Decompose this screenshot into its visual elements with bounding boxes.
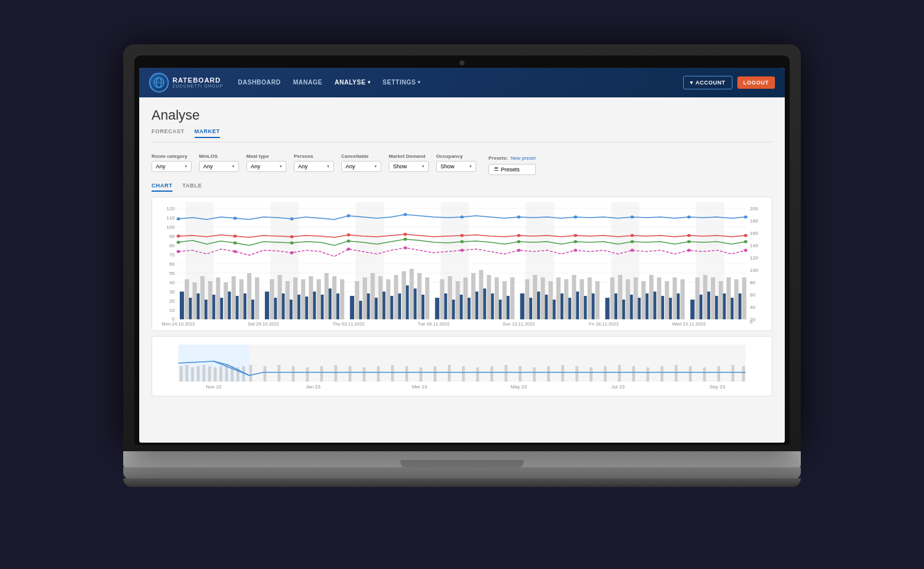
navbar: RATEBOARD ZUCCHETTI GROUP DASHBOARD MANA… xyxy=(139,68,785,97)
svg-rect-151 xyxy=(495,277,499,319)
svg-rect-139 xyxy=(394,275,398,319)
filter-room-category: Room category Any ▾ xyxy=(152,154,192,172)
svg-rect-150 xyxy=(487,275,491,319)
svg-rect-265 xyxy=(505,365,508,382)
svg-rect-125 xyxy=(278,275,282,319)
svg-rect-161 xyxy=(580,279,584,319)
logout-button[interactable]: LOGOUT xyxy=(737,76,776,89)
filter-cancellable-select[interactable]: Any ▾ xyxy=(341,161,381,172)
filter-room-category-select[interactable]: Any ▾ xyxy=(152,161,192,172)
laptop-wrapper: RATEBOARD ZUCCHETTI GROUP DASHBOARD MANA… xyxy=(123,44,801,525)
filter-occupancy-label: Occupancy xyxy=(436,154,476,159)
svg-rect-87 xyxy=(520,293,524,319)
svg-text:90: 90 xyxy=(169,234,175,239)
laptop-stand xyxy=(123,467,801,480)
filter-market-demand-select[interactable]: Show ▾ xyxy=(389,161,429,172)
svg-rect-162 xyxy=(588,277,592,319)
filter-market-demand-caret: ▾ xyxy=(422,164,424,169)
svg-rect-117 xyxy=(208,281,213,319)
svg-rect-165 xyxy=(618,275,622,319)
account-button[interactable]: ▾ ACCOUNT xyxy=(683,76,732,89)
tab-market[interactable]: MARKET xyxy=(195,128,221,138)
svg-point-193 xyxy=(233,234,237,237)
svg-rect-118 xyxy=(216,277,221,319)
svg-point-201 xyxy=(687,234,691,237)
filter-cancellable-caret: ▾ xyxy=(375,164,377,169)
filter-room-category-caret: ▾ xyxy=(185,164,187,169)
svg-text:Fri 18.11.2022: Fri 18.11.2022 xyxy=(589,322,618,325)
presets-icon: ☰ xyxy=(494,166,498,172)
svg-rect-175 xyxy=(703,275,707,319)
svg-text:Sun 13.11.2022: Sun 13.11.2022 xyxy=(503,322,535,325)
filter-minlos-label: MinLOS xyxy=(199,154,239,159)
svg-rect-145 xyxy=(448,276,452,319)
svg-point-204 xyxy=(233,241,237,244)
filter-occupancy-select[interactable]: Show ▾ xyxy=(436,161,476,172)
svg-rect-123 xyxy=(255,277,259,319)
svg-rect-241 xyxy=(214,367,217,382)
svg-point-208 xyxy=(460,240,464,243)
nav-manage[interactable]: MANAGE xyxy=(293,79,322,86)
svg-rect-148 xyxy=(471,273,476,319)
new-preset-link[interactable]: New preset xyxy=(511,155,535,161)
svg-point-215 xyxy=(233,250,237,253)
chart-tab-table[interactable]: TABLE xyxy=(182,182,202,192)
svg-rect-273 xyxy=(618,365,621,382)
chart-tab-chart[interactable]: CHART xyxy=(152,182,172,192)
main-chart: 120 110 100 90 80 70 60 50 40 30 20 xyxy=(157,202,767,325)
svg-point-220 xyxy=(517,248,521,252)
svg-point-221 xyxy=(573,248,577,252)
svg-point-188 xyxy=(573,215,577,218)
filter-meal-type-select[interactable]: Any ▾ xyxy=(246,161,286,172)
svg-rect-178 xyxy=(726,277,731,319)
svg-rect-137 xyxy=(378,276,383,319)
svg-point-197 xyxy=(460,234,464,237)
svg-rect-275 xyxy=(646,367,649,382)
svg-rect-160 xyxy=(572,275,576,319)
svg-rect-132 xyxy=(332,276,336,319)
svg-text:Tue 08.11.2022: Tue 08.11.2022 xyxy=(418,322,450,325)
svg-point-200 xyxy=(630,234,634,237)
filter-market-demand: Market Demand Show ▾ xyxy=(389,154,429,172)
nav-dashboard[interactable]: DASHBOARD xyxy=(238,79,281,86)
svg-rect-274 xyxy=(632,366,635,382)
svg-rect-272 xyxy=(604,366,607,382)
svg-rect-147 xyxy=(463,277,468,319)
presets-label: Presets: xyxy=(488,155,508,161)
svg-point-203 xyxy=(177,240,180,244)
svg-rect-97 xyxy=(606,298,610,319)
svg-point-196 xyxy=(403,232,407,235)
svg-rect-121 xyxy=(240,279,244,319)
svg-rect-107 xyxy=(691,300,695,319)
svg-rect-141 xyxy=(410,269,414,319)
svg-text:0: 0 xyxy=(750,319,752,324)
svg-text:0: 0 xyxy=(172,316,174,321)
svg-text:40: 40 xyxy=(750,305,755,309)
filter-persons-select[interactable]: Any ▾ xyxy=(294,161,334,172)
svg-point-214 xyxy=(177,250,180,253)
svg-text:180: 180 xyxy=(750,218,758,223)
filter-persons-caret: ▾ xyxy=(327,164,330,169)
nav-settings[interactable]: SETTINGS ▾ xyxy=(383,79,421,86)
presets-button[interactable]: ☰ Presets xyxy=(488,164,536,175)
filter-minlos-select[interactable]: Any ▾ xyxy=(199,161,239,172)
svg-text:140: 140 xyxy=(750,243,758,248)
svg-rect-133 xyxy=(340,279,344,319)
filters-row: Room category Any ▾ MinLOS Any ▾ xyxy=(152,151,772,175)
svg-rect-256 xyxy=(377,366,380,382)
svg-text:160: 160 xyxy=(750,231,758,235)
svg-text:Sat 29.10.2022: Sat 29.10.2022 xyxy=(248,322,279,325)
svg-text:10: 10 xyxy=(169,308,175,313)
svg-rect-257 xyxy=(391,365,394,382)
laptop-hinge xyxy=(400,460,524,467)
svg-rect-254 xyxy=(349,366,352,382)
svg-rect-129 xyxy=(309,276,313,319)
svg-text:30: 30 xyxy=(169,289,175,294)
svg-point-211 xyxy=(630,240,634,243)
svg-point-224 xyxy=(744,248,748,252)
tab-forecast[interactable]: FORECAST xyxy=(152,128,185,138)
svg-rect-259 xyxy=(419,367,423,382)
svg-rect-128 xyxy=(301,279,306,319)
svg-rect-240 xyxy=(208,366,211,382)
nav-analyse[interactable]: ANALYSE ▾ xyxy=(334,79,370,86)
